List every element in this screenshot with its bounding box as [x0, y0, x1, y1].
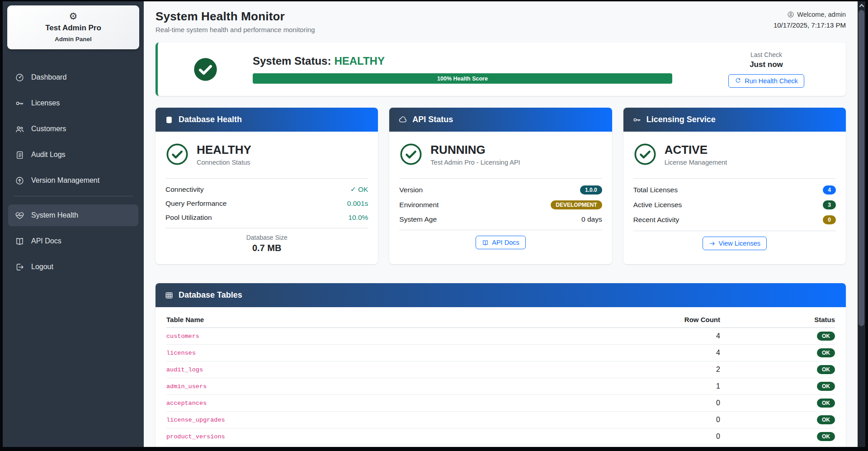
- check-circle-filled-icon: [193, 57, 218, 82]
- book-icon: [14, 236, 24, 246]
- metric-value: ✓ OK: [350, 185, 368, 194]
- version-badge: 1.0.0: [580, 185, 602, 195]
- sidebar-item-label: Version Management: [31, 176, 99, 185]
- scrollbar-thumb[interactable]: [859, 10, 864, 326]
- sidebar-item-system-health[interactable]: System Health: [8, 204, 138, 226]
- gear-icon: ⚙: [12, 11, 135, 21]
- licensing-status: ACTIVE: [665, 143, 727, 157]
- sidebar-item-audit-logs[interactable]: Audit Logs: [8, 144, 138, 166]
- database-tables-card: Database Tables Table Name Row Count Sta…: [156, 283, 846, 447]
- status-badge: OK: [817, 432, 835, 441]
- check-circle-icon: [633, 142, 657, 166]
- database-status-caption: Connection Status: [197, 159, 251, 166]
- refresh-icon: [735, 77, 741, 84]
- page-subtitle: Real-time system health and performance …: [156, 26, 315, 33]
- row-count: 4: [585, 328, 720, 345]
- metric-system-age: System Age 0 days: [399, 212, 602, 226]
- api-status: RUNNING: [430, 143, 520, 157]
- app-window: ⚙ Test Admin Pro Admin Panel Dashboard L…: [0, 0, 868, 451]
- row-count: 0: [585, 395, 720, 412]
- table-name-link[interactable]: acceptances: [166, 395, 585, 412]
- sidebar-item-label: Licenses: [31, 99, 60, 107]
- table-row: admin_users 1 OK: [166, 378, 835, 395]
- run-health-check-button[interactable]: Run Health Check: [728, 74, 804, 88]
- status-badge: OK: [817, 415, 835, 424]
- sidebar-item-customers[interactable]: Customers: [8, 118, 138, 140]
- brand-title: Test Admin Pro: [12, 24, 135, 33]
- table-name-link[interactable]: rate_limits: [166, 445, 585, 447]
- metric-active-licenses: Active Licenses 3: [633, 197, 836, 212]
- api-status-header: API Status: [389, 108, 612, 132]
- health-score-progress-bar: 100% Health Score: [253, 73, 672, 84]
- sidebar-item-api-docs[interactable]: API Docs: [8, 230, 138, 252]
- speedometer-icon: [14, 72, 24, 82]
- table-name-link[interactable]: licenses: [166, 345, 585, 361]
- card-title: Database Health: [179, 115, 242, 124]
- table-row: licenses 4 OK: [166, 345, 835, 361]
- heart-pulse-icon: [14, 210, 24, 220]
- last-check-label: Last Check: [698, 51, 834, 58]
- sidebar-item-dashboard[interactable]: Dashboard: [8, 66, 138, 88]
- card-title: Database Tables: [179, 290, 242, 300]
- page-title: System Health Monitor: [156, 9, 315, 24]
- table-row: rate_limits 0 OK: [166, 445, 835, 447]
- metric-value: 0.001s: [347, 199, 368, 208]
- row-count: 4: [585, 345, 720, 361]
- sidebar-item-logout[interactable]: Logout: [8, 256, 138, 278]
- metric-recent-activity: Recent Activity 0: [633, 212, 836, 227]
- sidebar-item-label: Logout: [31, 263, 53, 271]
- api-docs-button[interactable]: API Docs: [476, 236, 525, 249]
- scroll-up-arrow-icon[interactable]: [858, 1, 865, 9]
- licensing-service-header: Licensing Service: [623, 108, 846, 132]
- system-status-banner: System Status:HEALTHY 100% Health Score …: [156, 43, 846, 96]
- metric-pool-utilization: Pool Utilization 10.0%: [165, 210, 368, 224]
- page-header: System Health Monitor Real-time system h…: [156, 9, 846, 33]
- table-name-link[interactable]: license_upgrades: [166, 412, 585, 428]
- vertical-scrollbar[interactable]: [858, 1, 865, 447]
- status-badge: OK: [817, 348, 835, 357]
- status-badge: OK: [817, 332, 835, 341]
- row-count: 0: [585, 412, 720, 428]
- system-status-value: HEALTHY: [334, 55, 385, 67]
- table-name-link[interactable]: customers: [166, 328, 585, 345]
- table-name-link[interactable]: admin_users: [166, 378, 585, 395]
- sidebar-item-version-management[interactable]: Version Management: [8, 170, 138, 191]
- brand-subtitle: Admin Panel: [12, 36, 135, 43]
- table-name-link[interactable]: product_versions: [166, 428, 585, 445]
- metric-value: 0 days: [581, 215, 602, 223]
- person-circle-icon: [787, 11, 794, 18]
- sidebar-item-licenses[interactable]: Licenses: [8, 92, 138, 114]
- system-status-title: System Status:HEALTHY: [253, 55, 672, 67]
- metric-version: Version 1.0.0: [399, 182, 602, 197]
- logout-icon: [14, 262, 24, 272]
- licensing-service-card: Licensing Service ACTIVE License Managem…: [623, 108, 846, 264]
- table-row: license_upgrades 0 OK: [166, 412, 835, 428]
- database-size-value: 0.7 MB: [165, 243, 368, 253]
- view-licenses-button[interactable]: View Licenses: [703, 237, 767, 250]
- timestamp: 10/17/2025, 7:17:13 PM: [774, 21, 846, 29]
- row-count: 1: [585, 378, 720, 395]
- table-row: customers 4 OK: [166, 328, 835, 345]
- table-row: acceptances 0 OK: [166, 395, 835, 412]
- database-health-header: Database Health: [156, 108, 378, 132]
- journal-icon: [14, 150, 24, 160]
- status-badge: OK: [817, 399, 835, 408]
- arrow-up-circle-icon: [14, 176, 24, 185]
- sidebar: ⚙ Test Admin Pro Admin Panel Dashboard L…: [3, 1, 144, 447]
- table-row: product_versions 0 OK: [166, 428, 835, 445]
- api-status-caption: Test Admin Pro - Licensing API: [430, 159, 520, 166]
- database-icon: [165, 115, 174, 124]
- row-count: 0: [585, 445, 720, 447]
- table-name-link[interactable]: audit_logs: [166, 361, 585, 378]
- card-title: Licensing Service: [646, 115, 716, 124]
- health-score-label: 100% Health Score: [437, 76, 488, 82]
- environment-badge: DEVELOPMENT: [551, 200, 602, 209]
- sidebar-divider: [14, 196, 133, 196]
- column-header-status: Status: [720, 310, 835, 328]
- total-licenses-badge: 4: [823, 185, 836, 195]
- recent-activity-badge: 0: [823, 215, 836, 224]
- key-icon: [632, 115, 642, 124]
- table-row: audit_logs 2 OK: [166, 361, 835, 378]
- welcome-text: Welcome, admin: [774, 11, 846, 18]
- card-title: API Status: [412, 115, 453, 124]
